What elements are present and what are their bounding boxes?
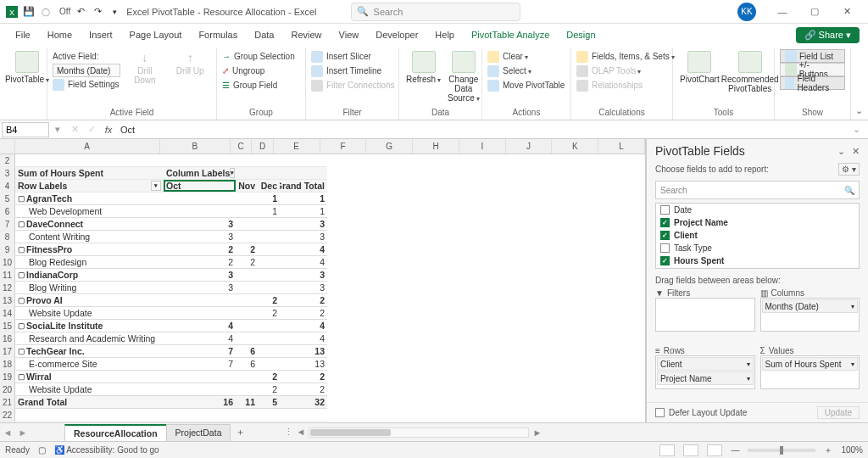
clear-button[interactable]: Clear [487,49,565,64]
columns-pill-months[interactable]: Months (Date)▾ [762,299,859,313]
columns-area[interactable]: Months (Date)▾ [760,298,860,332]
menu-data[interactable]: Data [248,26,281,43]
row-header-11[interactable]: 11 [0,269,15,282]
tab-nav-next[interactable]: ► [15,427,31,438]
menu-page-layout[interactable]: Page Layout [123,26,189,43]
drill-down-button[interactable]: ↓Drill Down [124,49,166,87]
menu-design[interactable]: Design [559,26,602,43]
formula-input[interactable]: Oct [117,125,853,135]
collapse-icon[interactable]: ▢ [18,347,26,355]
filter-connections-button[interactable]: Filter Connections [311,78,395,92]
collapse-icon[interactable]: ▢ [18,220,26,228]
menu-file[interactable]: File [8,26,37,43]
filters-area[interactable] [655,298,755,332]
values-area[interactable]: Sum of Hours Spent▾ [760,355,860,389]
menu-pivottable-analyze[interactable]: PivotTable Analyze [465,26,556,43]
zoom-slider[interactable] [748,449,815,452]
search-box[interactable]: 🔍 Search [351,3,520,21]
field-date[interactable]: Date [656,204,859,216]
row-header-8[interactable]: 8 [0,231,15,243]
ungroup-button[interactable]: ⤢Ungroup [222,64,295,78]
tab-nav-prev[interactable]: ◄ [0,427,15,438]
col-header-C[interactable]: C [231,139,252,154]
relationships-button[interactable]: Relationships [576,78,675,92]
change-data-source-button[interactable]: Change Data Source [446,49,481,104]
row-header-17[interactable]: 17 [0,345,15,358]
row-header-18[interactable]: 18 [0,358,15,371]
col-header-J[interactable]: J [506,139,553,154]
view-normal-button[interactable] [659,444,675,456]
field-hours-spent[interactable]: ✓Hours Spent [656,254,859,267]
collapse-icon[interactable]: ▢ [18,296,26,304]
field-settings-button[interactable]: Field Settings [53,77,120,92]
tab-projectdata[interactable]: ProjectData [166,424,231,441]
menu-home[interactable]: Home [41,26,79,43]
accessibility-status[interactable]: ♿ Accessibility: Good to go [54,445,159,455]
drill-up-button[interactable]: ↑Drill Up [170,49,212,77]
col-header-L[interactable]: L [598,139,645,154]
row-header-2[interactable]: 2 [0,154,15,167]
row-header-10[interactable]: 10 [0,256,15,269]
fields-pane-gear-icon[interactable]: ⚙ ▾ [838,163,860,176]
redo-icon[interactable]: ↷ [91,5,104,19]
collapse-icon[interactable]: ▢ [18,194,26,203]
row-header-15[interactable]: 15 [0,320,15,332]
fx-icon[interactable]: fx [100,125,117,135]
insert-timeline-button[interactable]: Insert Timeline [311,64,395,78]
minimize-button[interactable]: — [766,0,798,24]
update-button[interactable]: Update [817,406,860,419]
olap-tools-button[interactable]: OLAP Tools [576,64,675,78]
row-header-5[interactable]: 5 [0,193,15,205]
row-labels-dropdown[interactable]: ▾ [151,181,161,191]
zoom-in-button[interactable]: ＋ [824,444,832,456]
confirm-entry-icon[interactable]: ✓ [83,124,100,135]
col-header-H[interactable]: H [413,139,459,154]
macro-rec-icon[interactable]: ▢ [38,445,46,455]
app-icon[interactable]: X [5,5,19,19]
move-pivot-button[interactable]: Move PivotTable [487,78,565,92]
col-header-B[interactable]: B [160,139,231,154]
save-icon[interactable]: 💾 [22,5,36,19]
menu-insert[interactable]: Insert [82,26,120,43]
refresh-button[interactable]: Refresh [404,49,442,86]
row-header-13[interactable]: 13 [0,294,15,307]
user-avatar[interactable]: KK [737,3,756,21]
row-header-3[interactable]: 3 [0,167,15,180]
add-sheet-button[interactable]: ＋ [230,426,250,438]
name-box-dropdown[interactable]: ▾ [49,124,66,135]
menu-developer[interactable]: Developer [369,26,425,43]
row-header-4[interactable]: 4 [0,180,15,193]
fields-pane-collapse-icon[interactable]: ⌄ [837,146,845,157]
row-header-20[interactable]: 20 [0,383,15,396]
field-client[interactable]: ✓Client [656,229,859,242]
qat-overflow[interactable]: ▾ [108,5,121,19]
menu-formulas[interactable]: Formulas [192,26,244,43]
tab-resourceallocation[interactable]: ResourceAllocation [64,424,167,441]
ribbon-collapse-icon[interactable]: ⌄ [855,105,863,116]
group-field-button[interactable]: ☰Group Field [222,78,295,92]
col-header-A[interactable]: A [15,139,160,154]
undo-icon[interactable]: ↶ [74,5,87,19]
values-pill-hours[interactable]: Sum of Hours Spent▾ [762,357,859,371]
collapse-icon[interactable]: ▢ [18,271,26,279]
fields-list[interactable]: Date✓Project Name✓ClientTask Type✓Hours … [655,203,860,269]
collapse-icon[interactable]: ▢ [18,245,26,254]
fbar-expand-icon[interactable]: ⌄ [853,124,866,135]
field-task-type[interactable]: Task Type [656,242,859,254]
col-header-K[interactable]: K [552,139,598,154]
menu-view[interactable]: View [332,26,366,43]
field-headers-toggle[interactable]: Field Headers [780,76,845,90]
row-header-22[interactable]: 22 [0,409,15,422]
row-header-21[interactable]: 21 [0,396,15,409]
share-button[interactable]: 🔗 Share ▾ [796,27,860,43]
col-header-G[interactable]: G [366,139,413,154]
maximize-button[interactable]: ▢ [798,0,831,24]
col-header-D[interactable]: D [252,139,273,154]
row-header-16[interactable]: 16 [0,332,15,345]
zoom-level[interactable]: 100% [841,445,863,455]
collapse-icon[interactable]: ▢ [18,321,26,330]
col-header-F[interactable]: F [320,139,367,154]
pivotchart-button[interactable]: PivotChart [678,49,721,86]
fields-items-sets-button[interactable]: Fields, Items, & Sets [576,49,675,64]
field-project-name[interactable]: ✓Project Name [656,216,859,229]
